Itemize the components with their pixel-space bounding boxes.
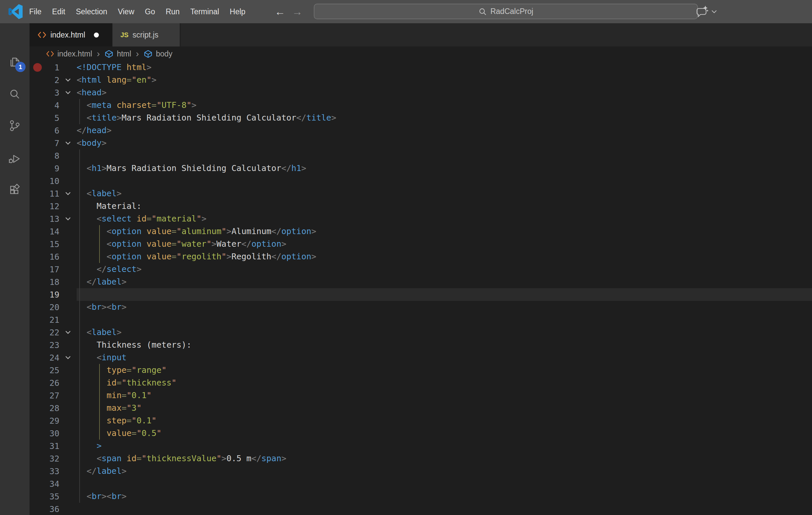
code-line[interactable]: 34 xyxy=(30,478,812,490)
code-line[interactable]: 10 xyxy=(30,175,812,187)
breakpoint-margin[interactable] xyxy=(30,452,46,465)
breakpoint-margin[interactable] xyxy=(30,99,46,112)
menu-selection[interactable]: Selection xyxy=(71,7,113,16)
code-text[interactable]: type="range" xyxy=(77,364,167,377)
code-line[interactable]: 1<!DOCTYPE html> xyxy=(30,61,812,74)
fold-margin[interactable] xyxy=(59,503,77,515)
fold-margin[interactable] xyxy=(59,364,77,377)
code-line[interactable]: 26 id="thickness" xyxy=(30,377,812,389)
fold-chevron-icon[interactable] xyxy=(64,190,72,197)
breakpoint-margin[interactable] xyxy=(30,490,46,503)
breakpoint-margin[interactable] xyxy=(30,187,46,200)
breadcrumb-item-body[interactable]: body xyxy=(156,50,173,58)
code-text[interactable]: <option value="aluminum">Aluminum</optio… xyxy=(77,225,316,238)
code-line[interactable]: 11 <label> xyxy=(30,187,812,200)
code-line[interactable]: 2<html lang="en"> xyxy=(30,74,812,86)
code-line[interactable]: 4 <meta charset="UTF-8"> xyxy=(30,99,812,112)
code-line[interactable]: 12 Material: xyxy=(30,200,812,213)
fold-margin[interactable] xyxy=(59,137,77,150)
code-text[interactable]: <br><br> xyxy=(77,301,127,314)
fold-margin[interactable] xyxy=(59,225,77,238)
code-line[interactable]: 32 <span id="thicknessValue">0.5 m</span… xyxy=(30,452,812,465)
breakpoint-icon[interactable] xyxy=(33,63,42,72)
code-line[interactable]: 6</head> xyxy=(30,124,812,137)
code-line[interactable]: 3<head> xyxy=(30,86,812,99)
copilot-chat-button[interactable] xyxy=(696,0,717,23)
menu-go[interactable]: Go xyxy=(140,7,161,16)
code-text[interactable]: <label> xyxy=(77,326,122,339)
fold-margin[interactable] xyxy=(59,288,77,301)
code-line[interactable]: 22 <label> xyxy=(30,326,812,339)
code-line[interactable]: 35 <br><br> xyxy=(30,490,812,503)
fold-margin[interactable] xyxy=(59,162,77,175)
fold-margin[interactable] xyxy=(59,124,77,137)
search-sidebar-icon[interactable] xyxy=(7,87,22,102)
fold-chevron-icon[interactable] xyxy=(64,354,72,361)
breakpoint-margin[interactable] xyxy=(30,465,46,478)
fold-chevron-icon[interactable] xyxy=(64,328,72,336)
breakpoint-margin[interactable] xyxy=(30,377,46,389)
menu-terminal[interactable]: Terminal xyxy=(185,7,225,16)
fold-margin[interactable] xyxy=(59,440,77,452)
fold-margin[interactable] xyxy=(59,112,77,124)
fold-margin[interactable] xyxy=(59,478,77,490)
code-text[interactable]: > xyxy=(77,440,102,452)
breakpoint-margin[interactable] xyxy=(30,351,46,364)
code-line[interactable]: 23 Thickness (meters): xyxy=(30,339,812,351)
breakpoint-margin[interactable] xyxy=(30,263,46,276)
code-line[interactable]: 14 <option value="aluminum">Aluminum</op… xyxy=(30,225,812,238)
breakpoint-margin[interactable] xyxy=(30,213,46,225)
code-line[interactable]: 27 min="0.1" xyxy=(30,389,812,402)
fold-margin[interactable] xyxy=(59,276,77,288)
breakpoint-margin[interactable] xyxy=(30,86,46,99)
breakpoint-margin[interactable] xyxy=(30,175,46,187)
code-text[interactable]: <input xyxy=(77,351,127,364)
code-text[interactable]: <br><br> xyxy=(77,490,127,503)
fold-margin[interactable] xyxy=(59,175,77,187)
code-text[interactable]: max="3" xyxy=(77,402,142,414)
editor[interactable]: 1<!DOCTYPE html>2<html lang="en">3<head>… xyxy=(30,61,812,515)
fold-margin[interactable] xyxy=(59,200,77,213)
breakpoint-margin[interactable] xyxy=(30,276,46,288)
fold-chevron-icon[interactable] xyxy=(64,215,72,223)
code-text[interactable]: Material: xyxy=(77,200,142,213)
code-text[interactable]: step="0.1" xyxy=(77,414,156,427)
code-line[interactable]: 19 xyxy=(30,288,812,301)
code-text[interactable]: <body> xyxy=(77,137,107,150)
fold-margin[interactable] xyxy=(59,99,77,112)
fold-margin[interactable] xyxy=(59,150,77,162)
breakpoint-margin[interactable] xyxy=(30,74,46,86)
breakpoint-margin[interactable] xyxy=(30,364,46,377)
fold-margin[interactable] xyxy=(59,314,77,326)
breadcrumb-item-html[interactable]: html xyxy=(117,50,131,58)
command-center-search[interactable]: RadCalcProj xyxy=(314,4,698,19)
fold-margin[interactable] xyxy=(59,74,77,86)
menu-run[interactable]: Run xyxy=(160,7,185,16)
menu-file[interactable]: File xyxy=(24,7,47,16)
breakpoint-margin[interactable] xyxy=(30,414,46,427)
breakpoint-margin[interactable] xyxy=(30,162,46,175)
breakpoint-margin[interactable] xyxy=(30,124,46,137)
fold-margin[interactable] xyxy=(59,263,77,276)
code-line[interactable]: 36 xyxy=(30,503,812,515)
fold-margin[interactable] xyxy=(59,427,77,440)
breakpoint-margin[interactable] xyxy=(30,503,46,515)
fold-margin[interactable] xyxy=(59,351,77,364)
breakpoint-margin[interactable] xyxy=(30,389,46,402)
run-and-debug-icon[interactable] xyxy=(7,152,22,167)
code-text[interactable]: <h1>Mars Radiation Shielding Calculator<… xyxy=(77,162,306,175)
fold-chevron-icon[interactable] xyxy=(64,89,72,97)
code-line[interactable]: 16 <option value="regolith">Regolith</op… xyxy=(30,250,812,263)
fold-chevron-icon[interactable] xyxy=(64,76,72,84)
breakpoint-margin[interactable] xyxy=(30,288,46,301)
code-text[interactable]: <head> xyxy=(77,86,107,99)
code-line[interactable]: 24 <input xyxy=(30,351,812,364)
fold-margin[interactable] xyxy=(59,377,77,389)
fold-margin[interactable] xyxy=(59,301,77,314)
code-text[interactable]: <option value="water">Water</option> xyxy=(77,238,286,250)
code-text[interactable]: <html lang="en"> xyxy=(77,74,156,86)
modified-indicator-icon[interactable] xyxy=(94,32,99,37)
breakpoint-margin[interactable] xyxy=(30,225,46,238)
code-line[interactable]: 30 value="0.5" xyxy=(30,427,812,440)
breakpoint-margin[interactable] xyxy=(30,61,46,74)
